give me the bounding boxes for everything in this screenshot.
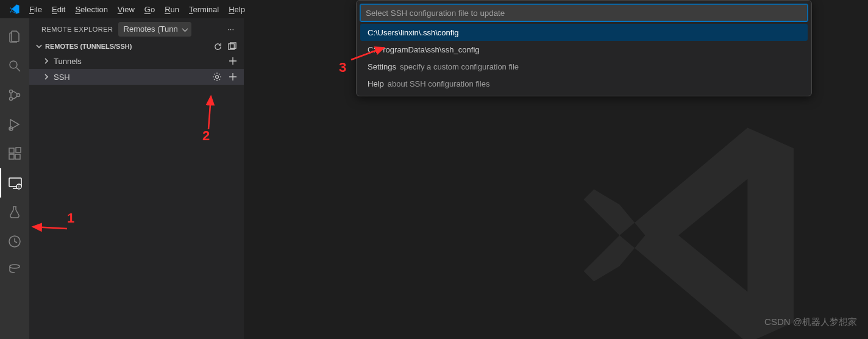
sidebar-title: REMOTE EXPLORER [41,26,113,33]
chevron-right-icon [43,73,50,80]
tree-label-tunnels: Tunnels [54,57,82,66]
sidebar: REMOTE EXPLORER Remotes (Tunn ··· REMOTE… [29,18,244,339]
plus-icon[interactable] [228,72,238,82]
qi-item-help[interactable]: Help about SSH configuration files [360,75,808,92]
menu-terminal[interactable]: Terminal [184,0,224,18]
source-control-icon[interactable] [0,80,29,110]
svg-rect-5 [9,148,14,153]
sidebar-title-row: REMOTE EXPLORER Remotes (Tunn ··· [29,18,244,40]
activity-bar [0,18,29,339]
tree-item-tunnels[interactable]: Tunnels [29,53,244,69]
svg-rect-6 [9,154,14,159]
svg-rect-8 [16,148,21,152]
qi-label: C:\Users\linxin\.ssh\config [368,28,459,37]
section-header[interactable]: REMOTES (TUNNELS/SSH) [29,40,244,53]
qi-item-user-config[interactable]: C:\Users\linxin\.ssh\config [360,24,808,41]
menu-help[interactable]: Help [224,0,250,18]
qi-hint: specify a custom configuration file [400,62,519,71]
gear-icon[interactable] [212,72,222,82]
tree-item-ssh[interactable]: SSH [29,69,244,85]
chevron-down-icon [35,43,43,50]
qi-item-settings[interactable]: Settings specify a custom configuration … [360,58,808,75]
refresh-icon[interactable] [212,42,224,51]
menu-go[interactable]: Go [140,0,160,18]
vscode-logo-icon [5,4,24,15]
flame-icon[interactable] [0,227,29,256]
search-icon[interactable] [0,51,29,80]
more-icon[interactable]: ··· [225,22,237,36]
vscode-watermark-icon [563,107,819,339]
menu-edit[interactable]: Edit [47,0,70,18]
remote-explorer-icon[interactable] [0,168,29,198]
qi-item-programdata-config[interactable]: C:\ProgramData\ssh\ssh_config [360,41,808,58]
qi-label: Settings [368,62,396,71]
tree-label-ssh: SSH [54,73,70,82]
plus-icon[interactable] [228,56,238,66]
qi-label: C:\ProgramData\ssh\ssh_config [368,45,480,54]
ssh-config-input[interactable] [360,4,808,21]
svg-point-2 [10,98,13,101]
remotes-dropdown[interactable]: Remotes (Tunn [118,22,191,37]
svg-point-0 [10,61,17,68]
explorer-icon[interactable] [0,22,29,51]
csdn-watermark: CSDN @机器人梦想家 [764,316,857,328]
remotes-dropdown-label: Remotes (Tunn [124,24,178,34]
svg-point-1 [10,90,13,93]
extensions-icon[interactable] [0,139,29,168]
qi-label: Help [368,79,384,88]
svg-point-15 [216,76,219,79]
menu-view[interactable]: View [113,0,140,18]
menu-file[interactable]: File [24,0,47,18]
quick-input: C:\Users\linxin\.ssh\config C:\ProgramDa… [356,0,812,96]
qi-hint: about SSH configuration files [388,79,490,88]
menu-items: File Edit Selection View Go Run Terminal… [24,0,250,18]
menu-selection[interactable]: Selection [70,0,112,18]
new-window-icon[interactable] [226,42,238,51]
svg-point-10 [16,184,21,189]
database-icon[interactable] [0,256,29,285]
svg-rect-7 [15,154,20,159]
section-title: REMOTES (TUNNELS/SSH) [45,43,132,50]
chevron-right-icon [43,57,50,65]
svg-point-12 [10,265,20,268]
run-debug-icon[interactable] [0,110,29,139]
testing-icon[interactable] [0,198,29,227]
quick-input-list: C:\Users\linxin\.ssh\config C:\ProgramDa… [360,24,808,92]
menu-run[interactable]: Run [160,0,184,18]
